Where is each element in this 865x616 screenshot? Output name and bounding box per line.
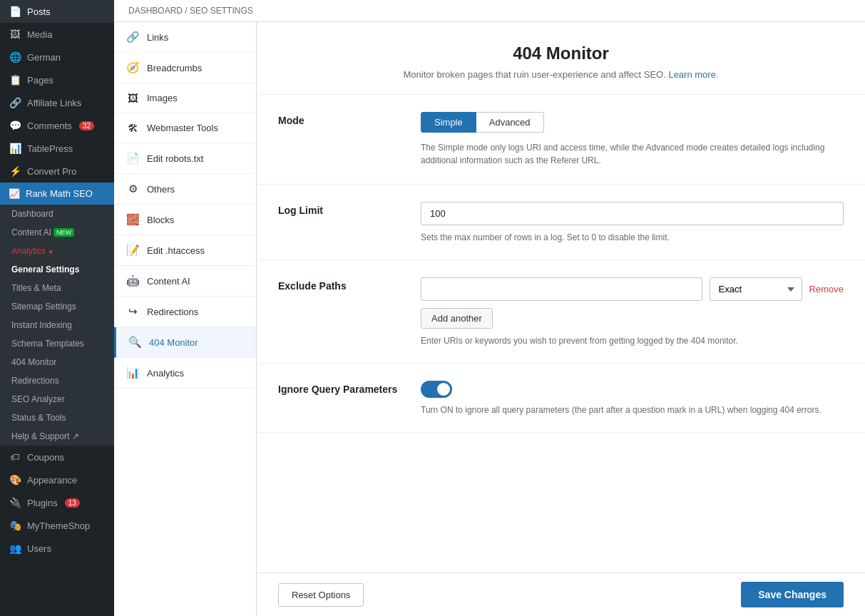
exclude-path-input[interactable] [421,277,702,301]
content-area: 🔗 Links 🧭 Breadcrumbs 🖼 Images 🛠 Webmast… [114,22,865,616]
sidebar-item-tablepress-label: TablePress [27,143,73,154]
log-limit-input[interactable] [421,202,844,225]
404-monitor-nav-icon: 🔍 [128,336,142,349]
sub-404-monitor-label: 404 Monitor [11,357,56,367]
nav-blocks[interactable]: 🧱 Blocks [114,205,256,235]
mode-simple-button[interactable]: Simple [421,112,476,133]
sub-seo-analyzer-label: SEO Analyzer [11,394,65,404]
sidebar-item-users[interactable]: 👥 Users [0,537,114,560]
others-nav-icon: ⚙ [126,183,140,195]
sub-404-monitor[interactable]: 404 Monitor [0,353,114,371]
remove-path-link[interactable]: Remove [809,284,844,294]
learn-more-link[interactable]: Learn more [668,69,715,80]
sub-content-ai[interactable]: Content AI New [0,223,114,242]
nav-others[interactable]: ⚙ Others [114,174,256,205]
sidebar-item-rank-math[interactable]: 📈 Rank Math SEO [0,183,114,205]
users-icon: 👥 [9,543,21,554]
settings-header: 404 Monitor Monitor broken pages that ru… [257,22,865,95]
sub-sitemap-label: Sitemap Settings [11,302,76,312]
sidebar-item-users-label: Users [27,543,51,554]
nav-links[interactable]: 🔗 Links [114,22,256,53]
posts-icon: 📄 [9,6,21,17]
german-icon: 🌐 [9,51,21,63]
nav-robots-label: Edit robots.txt [147,153,203,164]
sidebar-item-german[interactable]: 🌐 German [0,46,114,68]
sidebar-item-appearance[interactable]: 🎨 Appearance [0,468,114,491]
save-changes-button[interactable]: Save Changes [741,582,844,607]
add-another-button[interactable]: Add another [421,308,493,329]
sub-help-support[interactable]: Help & Support ↗ [0,427,114,446]
nav-webmaster-tools[interactable]: 🛠 Webmaster Tools [114,113,256,143]
sidebar-item-comments-label: Comments [27,120,72,131]
new-badge: New [53,228,74,237]
sub-titles-meta[interactable]: Titles & Meta [0,279,114,297]
blocks-nav-icon: 🧱 [126,213,140,226]
footer: Reset Options Save Changes [257,573,865,616]
sidebar-item-comments[interactable]: 💬 Comments 32 [0,114,114,137]
nav-blocks-label: Blocks [147,215,174,225]
plugins-badge: 13 [65,498,80,508]
mode-control: Simple Advanced The Simple mode only log… [421,112,844,167]
settings-panel: 404 Monitor Monitor broken pages that ru… [257,22,865,616]
settings-body: Mode Simple Advanced The Simple mode onl… [257,95,865,573]
nav-images[interactable]: 🖼 Images [114,83,256,113]
sidebar-item-coupons[interactable]: 🏷 Coupons [0,446,114,468]
mode-advanced-button[interactable]: Advanced [476,112,544,133]
exclude-path-entry: Exact Contains Starts With Ends With Reg… [421,277,844,301]
breadcrumb-dashboard: DASHBOARD [128,6,183,16]
sub-status-tools-label: Status & Tools [11,413,66,423]
ignore-query-help: Turn ON to ignore all query parameters (… [421,405,844,415]
nav-404-monitor[interactable]: 🔍 404 Monitor [114,327,256,358]
nav-htaccess-label: Edit .htaccess [147,245,205,256]
sidebar-item-posts[interactable]: 📄 Posts [0,0,114,23]
sidebar-item-convert-pro[interactable]: ⚡ Convert Pro [0,160,114,183]
ignore-query-row: Ignore Query Parameters Turn ON to ignor… [257,364,865,433]
redirections-nav-icon: ↪ [126,305,140,318]
comments-badge: 32 [79,121,94,130]
sub-dashboard[interactable]: Dashboard [0,205,114,223]
rank-math-icon: 📈 [9,188,20,199]
sub-redirections[interactable]: Redirections [0,371,114,390]
nav-redirections[interactable]: ↪ Redirections [114,297,256,327]
media-icon: 🖼 [9,29,21,40]
sub-seo-analyzer[interactable]: SEO Analyzer [0,390,114,409]
nav-edit-robots[interactable]: 📄 Edit robots.txt [114,143,256,174]
webmaster-nav-icon: 🛠 [126,122,140,134]
sub-status-tools[interactable]: Status & Tools [0,409,114,427]
plugins-icon: 🔌 [9,497,21,508]
sidebar-item-mythemeshop[interactable]: 🎭 MyThemeShop [0,514,114,537]
nav-analytics-label: Analytics [147,368,184,379]
breadcrumb-seo-settings: SEO SETTINGS [190,6,253,16]
ignore-query-toggle[interactable] [421,381,452,398]
breadcrumbs-nav-icon: 🧭 [126,61,140,74]
sidebar-item-media[interactable]: 🖼 Media [0,23,114,46]
comments-icon: 💬 [9,120,21,131]
exclude-match-select[interactable]: Exact Contains Starts With Ends With Reg… [710,277,802,301]
nav-analytics[interactable]: 📊 Analytics [114,358,256,389]
breadcrumb: DASHBOARD / SEO SETTINGS [114,0,865,22]
sub-general-settings[interactable]: General Settings [0,260,114,279]
sidebar-item-tablepress[interactable]: 📊 TablePress [0,137,114,160]
rank-math-submenu: Dashboard Content AI New Analytics ● Gen… [0,205,114,446]
sidebar-item-pages[interactable]: 📋 Pages [0,68,114,91]
sidebar-item-mythemeshop-label: MyThemeShop [27,520,90,531]
appearance-icon: 🎨 [9,474,21,486]
sidebar-item-plugins[interactable]: 🔌 Plugins 13 [0,491,114,514]
nav-content-ai[interactable]: 🤖 Content AI [114,266,256,297]
sub-schema-templates[interactable]: Schema Templates [0,334,114,353]
sub-sitemap[interactable]: Sitemap Settings [0,297,114,316]
nav-edit-htaccess[interactable]: 📝 Edit .htaccess [114,235,256,266]
sub-instant-indexing[interactable]: Instant Indexing [0,316,114,334]
reset-options-button[interactable]: Reset Options [278,583,364,607]
tablepress-icon: 📊 [9,143,21,154]
log-limit-help: Sets the max number of rows in a log. Se… [421,232,844,242]
nav-breadcrumbs[interactable]: 🧭 Breadcrumbs [114,53,256,83]
sidebar-item-affiliate-links[interactable]: 🔗 Affiliate Links [0,91,114,114]
analytics-nav-icon: 📊 [126,366,140,379]
sidebar-item-rank-math-label: Rank Math SEO [26,188,93,199]
nav-redirections-label: Redirections [147,307,198,317]
sidebar-item-pages-label: Pages [27,75,53,86]
sub-redirections-label: Redirections [11,376,59,386]
sidebar-item-affiliate-label: Affiliate Links [27,98,81,108]
sub-analytics[interactable]: Analytics ● [0,242,114,260]
